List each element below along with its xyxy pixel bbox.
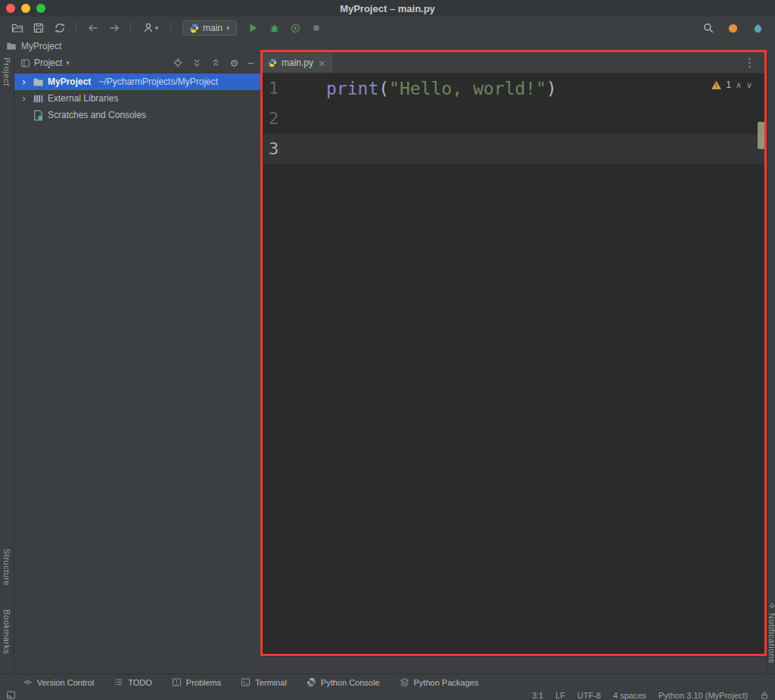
- tool-python-packages[interactable]: Python Packages: [400, 677, 479, 687]
- tree-item-name: Scratches and Consoles: [48, 110, 146, 120]
- open-icon[interactable]: [8, 19, 26, 37]
- run-with-coverage-icon[interactable]: [286, 19, 305, 37]
- user-profile-icon[interactable]: ▾: [138, 19, 163, 37]
- editor-tab-bar: main.py × ⋮: [261, 53, 766, 73]
- tree-item-path: ~/PycharmProjects/MyProject: [98, 76, 218, 87]
- tool-terminal[interactable]: Terminal: [241, 677, 287, 687]
- interpreter-widget[interactable]: Python 3.10 (MyProject): [658, 691, 748, 700]
- project-panel-actions: ⚙ −: [173, 58, 255, 69]
- forward-icon[interactable]: [104, 19, 123, 37]
- code-token-builtin: print: [326, 79, 378, 98]
- code-token-string: "Hello, world!": [389, 79, 546, 98]
- code-content: [299, 104, 326, 134]
- tree-row-external-libraries[interactable]: › External Libraries: [14, 90, 261, 107]
- tool-label: Terminal: [255, 678, 287, 687]
- warning-icon: [711, 81, 721, 89]
- previous-problem-icon[interactable]: ∧: [736, 80, 742, 90]
- minimize-button[interactable]: [21, 4, 30, 13]
- scrollbar-thumb[interactable]: [758, 122, 765, 149]
- tool-label: Python Packages: [414, 678, 479, 687]
- python-file-icon: [268, 58, 277, 67]
- indent-widget[interactable]: 4 spaces: [613, 691, 646, 700]
- titlebar: MyProject – main.py: [0, 0, 775, 17]
- update-indicator-icon[interactable]: [724, 19, 742, 37]
- zoom-button[interactable]: [36, 4, 45, 13]
- tool-label: Problems: [186, 678, 221, 687]
- line-number: 3: [261, 134, 299, 164]
- breadcrumb[interactable]: MyProject: [21, 41, 61, 51]
- tool-strip-structure[interactable]: Structure: [2, 549, 11, 586]
- stop-icon[interactable]: [307, 19, 326, 37]
- toolbar-right-group: [699, 19, 767, 37]
- tree-chevron-icon[interactable]: ›: [19, 92, 29, 104]
- code-token-paren: (: [378, 79, 389, 98]
- code-area[interactable]: 1 print("Hello, world!") 2 3 1 ∧ ∨: [261, 73, 766, 658]
- folder-icon: [6, 41, 17, 51]
- settings-gear-icon[interactable]: ⚙: [229, 58, 238, 69]
- tab-main-py[interactable]: main.py ×: [261, 53, 334, 73]
- next-problem-icon[interactable]: ∨: [746, 80, 752, 90]
- chevron-down-icon: ▾: [66, 59, 70, 67]
- tree-chevron-icon[interactable]: ›: [19, 76, 29, 88]
- left-tool-strip: Project Structure Bookmarks: [0, 53, 14, 674]
- python-console-icon: [307, 677, 316, 687]
- debug-icon[interactable]: [265, 19, 284, 37]
- tree-row-scratches[interactable]: Scratches and Consoles: [14, 107, 261, 123]
- close-button[interactable]: [6, 4, 15, 13]
- version-control-icon: [23, 677, 33, 687]
- tool-label: Version Control: [37, 678, 94, 687]
- status-bar-widgets: 3:1 LF UTF-8 4 spaces Python 3.10 (MyPro…: [532, 691, 769, 700]
- project-tree: › MyProject ~/PycharmProjects/MyProject …: [14, 73, 261, 123]
- hide-panel-icon[interactable]: −: [247, 58, 255, 69]
- tool-version-control[interactable]: Version Control: [23, 677, 94, 687]
- toolbar-divider: [76, 22, 76, 34]
- tool-python-console[interactable]: Python Console: [307, 677, 380, 687]
- tree-row-myproject[interactable]: › MyProject ~/PycharmProjects/MyProject: [14, 73, 261, 90]
- tool-todo[interactable]: TODO: [114, 677, 152, 687]
- tool-problems[interactable]: Problems: [172, 677, 221, 687]
- right-tool-strip: Notifications: [767, 53, 775, 674]
- traffic-lights: [6, 4, 45, 13]
- line-separator-widget[interactable]: LF: [556, 691, 565, 700]
- tool-strip-project[interactable]: Project: [2, 58, 11, 86]
- quick-access-icon[interactable]: [749, 19, 767, 37]
- save-icon[interactable]: [29, 19, 48, 37]
- scratches-icon: [33, 110, 44, 121]
- status-bar: 3:1 LF UTF-8 4 spaces Python 3.10 (MyPro…: [0, 690, 775, 700]
- encoding-widget[interactable]: UTF-8: [577, 691, 601, 700]
- line-number: 1: [261, 73, 299, 104]
- project-panel-title[interactable]: Project: [34, 58, 62, 68]
- toolbar-divider: [130, 22, 131, 34]
- folder-icon: [33, 76, 44, 88]
- tool-strip-notifications[interactable]: Notifications: [767, 602, 775, 663]
- problems-icon: [172, 677, 182, 687]
- run-configuration-selector[interactable]: main ▾: [182, 20, 237, 36]
- line-number: 2: [261, 104, 299, 134]
- collapse-all-icon[interactable]: [210, 58, 221, 68]
- project-panel-header: Project ▾ ⚙ −: [14, 53, 261, 73]
- chevron-down-icon: ▾: [226, 24, 230, 32]
- expand-all-icon[interactable]: [191, 58, 202, 68]
- lock-icon[interactable]: [760, 691, 769, 700]
- code-content: [299, 134, 326, 164]
- tool-strip-bookmarks[interactable]: Bookmarks: [2, 609, 11, 655]
- code-line-1: 1 print("Hello, world!"): [261, 73, 766, 104]
- tool-label: TODO: [128, 678, 152, 687]
- sync-icon[interactable]: [50, 19, 69, 37]
- tool-label: Python Console: [321, 678, 380, 687]
- search-icon[interactable]: [699, 19, 717, 37]
- locate-file-icon[interactable]: [173, 58, 183, 68]
- code-line-3-current: 3: [261, 134, 766, 164]
- caret-position-widget[interactable]: 3:1: [532, 691, 543, 700]
- tool-window-toggler-icon[interactable]: [6, 690, 16, 700]
- back-icon[interactable]: [83, 19, 102, 37]
- window-title: MyProject – main.py: [340, 3, 435, 14]
- warning-count[interactable]: 1: [726, 79, 731, 90]
- run-icon[interactable]: [244, 19, 263, 37]
- tab-close-icon[interactable]: ×: [318, 58, 326, 69]
- tree-item-name: External Libraries: [48, 93, 118, 104]
- libraries-icon: [33, 93, 44, 104]
- editor-options-icon[interactable]: ⋮: [739, 53, 760, 73]
- navigation-bar: MyProject: [0, 39, 775, 53]
- main-toolbar: ▾ main ▾: [0, 17, 775, 39]
